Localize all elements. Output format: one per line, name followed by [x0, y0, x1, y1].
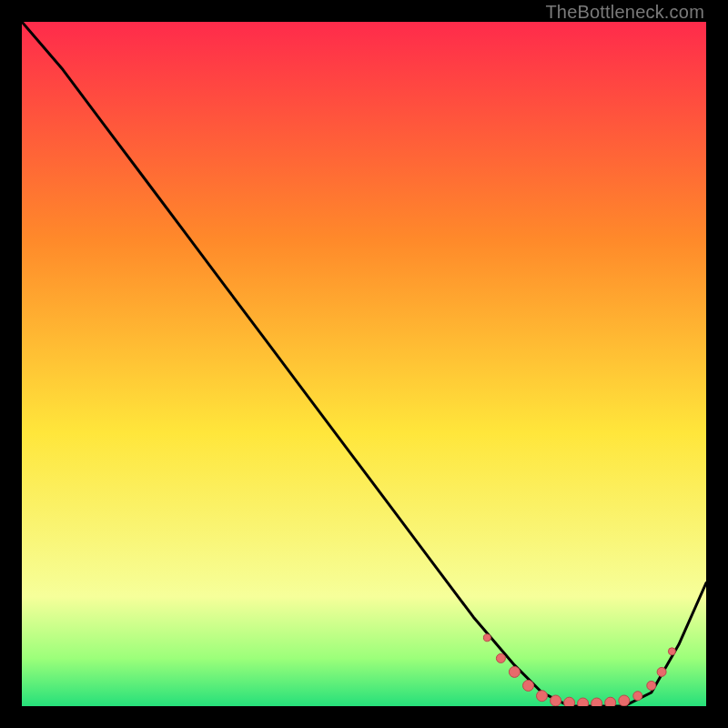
marker-dot: [619, 695, 630, 706]
marker-dot: [633, 692, 642, 701]
marker-dot: [523, 680, 534, 691]
marker-dot: [668, 648, 675, 655]
marker-dot: [592, 698, 602, 706]
marker-dot: [657, 667, 666, 676]
marker-dot: [496, 653, 505, 662]
marker-dot: [647, 681, 656, 690]
marker-dot: [509, 666, 520, 677]
marker-dot: [551, 695, 561, 706]
gradient-background: [22, 22, 706, 706]
marker-dot: [537, 691, 548, 702]
chart-frame: [22, 22, 706, 706]
marker-dot: [578, 698, 589, 706]
watermark-text: TheBottleneck.com: [545, 2, 704, 23]
bottleneck-chart: [22, 22, 706, 706]
marker-dot: [605, 697, 616, 706]
marker-dot: [483, 634, 490, 642]
marker-dot: [564, 697, 575, 706]
